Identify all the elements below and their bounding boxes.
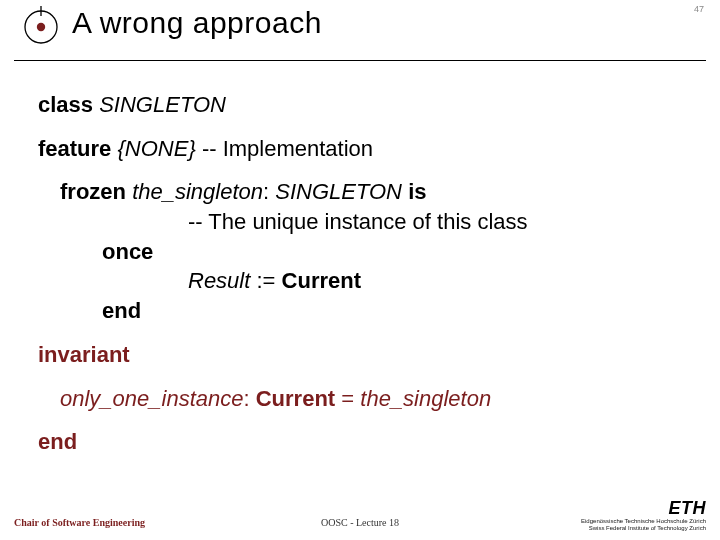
slide: A wrong approach 47 class SINGLETON feat… [0,0,720,540]
return-type: SINGLETON [275,179,402,204]
routine-header: frozen the_singleton: SINGLETON is [60,177,690,207]
end-class-line: end [38,427,690,457]
export-clause: {NONE} [117,136,195,161]
end-routine-line: end [102,296,690,326]
eth-logo: ETH [581,499,706,517]
feature-name: the_singleton [132,179,263,204]
kw-once: once [102,239,153,264]
invariant-clause: only_one_instance: Current = the_singlet… [60,384,690,414]
assign-line: Result := Current [188,266,690,296]
assign-op: := [256,268,275,293]
inv-current: Current [256,386,335,411]
result: Result [188,268,250,293]
once-line: once [102,237,690,267]
class-name: SINGLETON [99,92,226,117]
invariant-line: invariant [38,340,690,370]
kw-end-class: end [38,429,77,454]
kw-end-routine: end [102,298,141,323]
kw-feature: feature [38,136,111,161]
routine-comment-line: -- The unique instance of this class [188,207,690,237]
code-body: class SINGLETON feature {NONE} -- Implem… [38,90,690,457]
feature-line: feature {NONE} -- Implementation [38,134,690,164]
kw-is: is [408,179,426,204]
inv-eq: = [341,386,354,411]
feature-comment: -- Implementation [202,136,373,161]
inv-rhs: the_singleton [360,386,491,411]
footer-right: ETH Eidgenössische Technische Hochschule… [581,499,706,532]
bullet-logo-icon [20,6,62,48]
slide-title: A wrong approach [72,6,322,40]
kw-current: Current [282,268,361,293]
kw-frozen: frozen [60,179,126,204]
routine-comment: -- The unique instance of this class [188,209,528,234]
class-line: class SINGLETON [38,90,690,120]
svg-point-1 [37,23,45,31]
inv-tag: only_one_instance [60,386,243,411]
type-colon: : [263,179,269,204]
kw-class: class [38,92,93,117]
eth-sub2: Swiss Federal Institute of Technology Zu… [581,525,706,532]
kw-invariant: invariant [38,342,130,367]
inv-colon: : [243,386,249,411]
eth-sub1: Eidgenössische Technische Hochschule Zür… [581,518,706,525]
slide-header: A wrong approach 47 [14,0,706,61]
page-number: 47 [694,4,704,14]
